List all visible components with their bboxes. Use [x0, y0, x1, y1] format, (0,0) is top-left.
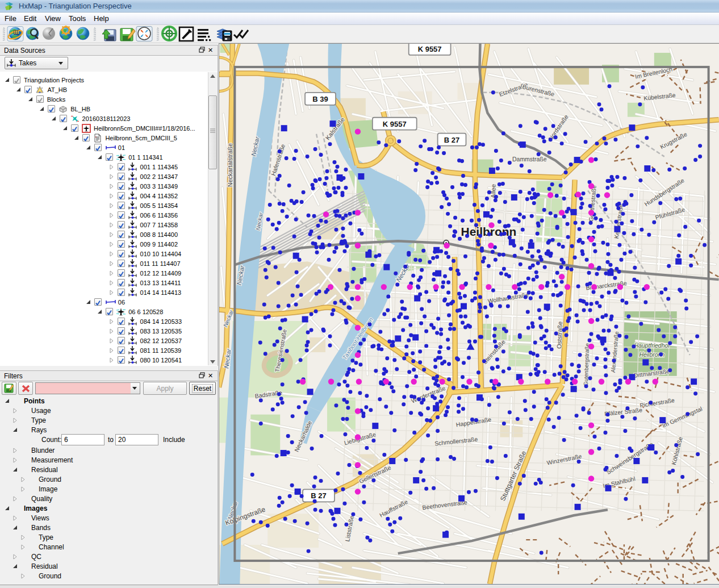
svg-text:B 27: B 27 [311, 491, 326, 500]
svg-text:B 27: B 27 [444, 136, 459, 144]
svg-text:Neckartalstraße: Neckartalstraße [227, 143, 233, 187]
svg-text:B 39: B 39 [312, 95, 328, 103]
svg-text:Dammstraße: Dammstraße [512, 156, 547, 162]
svg-text:Hauptfriedhof: Hauptfriedhof [634, 343, 670, 349]
svg-text:K 9557: K 9557 [383, 120, 407, 128]
svg-text:K 9557: K 9557 [418, 45, 442, 53]
